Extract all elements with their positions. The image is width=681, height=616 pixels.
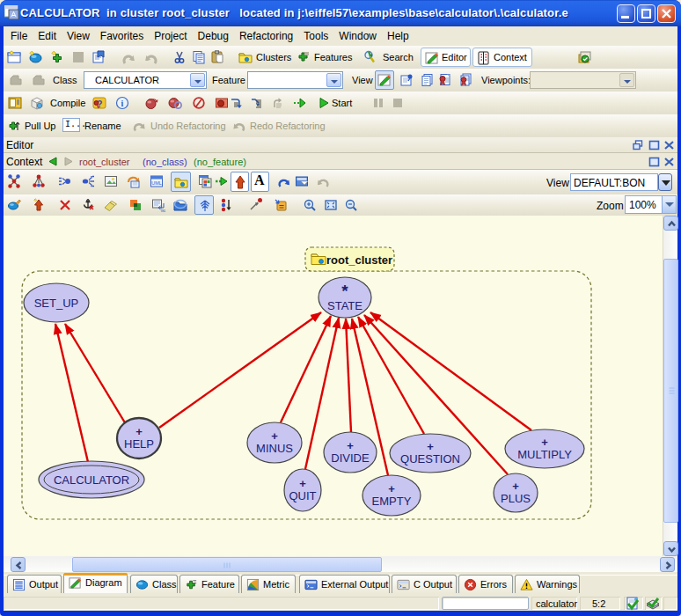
svg-text:EMPTY: EMPTY [372, 495, 412, 508]
svg-text:SET_UP: SET_UP [34, 297, 79, 310]
svg-text:QUESTION: QUESTION [400, 452, 460, 466]
svg-text:+: + [388, 482, 395, 495]
svg-text:STATE: STATE [327, 299, 362, 312]
svg-text:CALCULATOR: CALCULATOR [54, 473, 129, 487]
svg-text:UML: UML [151, 180, 162, 186]
svg-text:iso: iso [161, 208, 165, 213]
svg-text:+: + [299, 477, 306, 490]
svg-text:+: + [271, 429, 278, 443]
svg-text:+: + [135, 425, 143, 438]
svg-text:+: + [427, 440, 434, 453]
svg-text:+: + [541, 436, 548, 449]
svg-text:+: + [512, 480, 519, 493]
svg-text:PLUS: PLUS [501, 492, 531, 505]
svg-text:DIVIDE: DIVIDE [331, 451, 370, 465]
svg-text:QUIT: QUIT [289, 489, 316, 502]
svg-text:+: + [347, 439, 354, 452]
svg-text:i: i [121, 99, 124, 108]
svg-text:MULTIPLY: MULTIPLY [517, 448, 572, 461]
svg-text:*: * [341, 282, 348, 300]
svg-text:HELP: HELP [124, 437, 154, 451]
svg-text:root_cluster: root_cluster [326, 253, 392, 267]
svg-text:MINUS: MINUS [256, 442, 293, 455]
